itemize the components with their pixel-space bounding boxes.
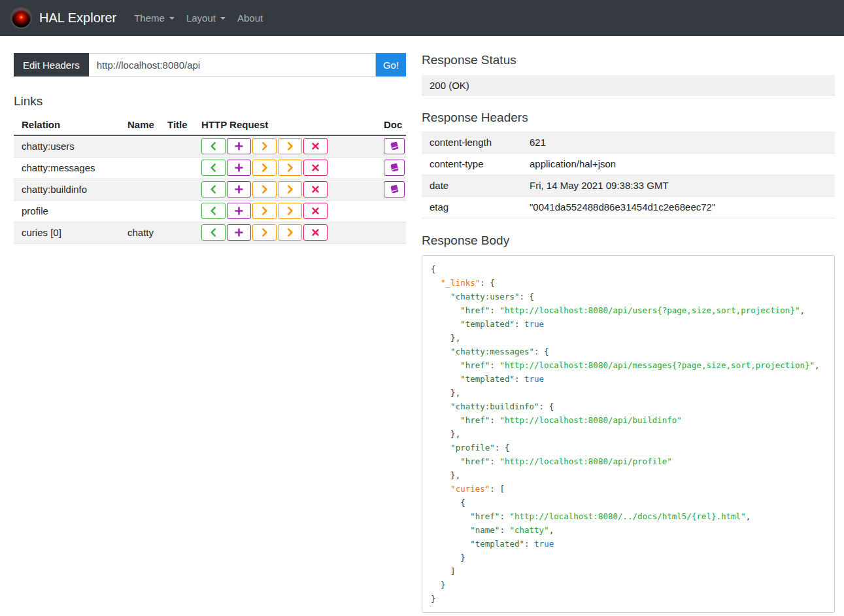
header-name-cell: etag <box>422 196 522 218</box>
chevron-down-icon <box>169 17 175 20</box>
nav-item-theme[interactable]: Theme <box>128 7 180 29</box>
header-value-cell: application/hal+json <box>522 153 835 175</box>
column-header-doc: Doc <box>376 114 406 135</box>
http-delete-button[interactable] <box>303 138 328 154</box>
doc-button[interactable] <box>384 138 405 154</box>
http-delete-button[interactable] <box>303 181 328 197</box>
response-status-title: Response Status <box>422 53 835 67</box>
name-cell <box>120 179 160 200</box>
http-patch-button[interactable] <box>278 138 302 154</box>
header-row: content-length621 <box>422 131 835 153</box>
x-icon <box>311 184 320 194</box>
nav-item-layout[interactable]: Layout <box>180 7 231 29</box>
nav-item-about[interactable]: About <box>231 7 269 29</box>
url-input[interactable] <box>89 53 376 77</box>
http-patch-button[interactable] <box>278 203 302 219</box>
plus-icon <box>234 206 244 216</box>
http-put-button[interactable] <box>252 181 277 197</box>
http-post-button[interactable] <box>227 181 251 197</box>
header-name-cell: content-type <box>422 153 522 175</box>
links-table-header-row: Relation Name Title HTTP Request Doc <box>14 114 406 135</box>
chevron-right-icon <box>260 141 269 151</box>
doc-cell <box>376 157 406 179</box>
http-get-button[interactable] <box>201 160 226 176</box>
header-name-cell: date <box>422 175 522 196</box>
plus-icon <box>234 141 244 151</box>
response-headers-table: content-length621content-typeapplication… <box>422 131 835 218</box>
links-title: Links <box>14 94 406 109</box>
header-row: content-typeapplication/hal+json <box>422 153 835 175</box>
http-get-button[interactable] <box>201 203 226 219</box>
header-name-cell: content-length <box>422 131 522 153</box>
http-delete-button[interactable] <box>303 203 328 219</box>
chevron-right-icon <box>285 228 295 237</box>
url-bar: Edit Headers Go! <box>14 53 406 77</box>
chevron-left-icon <box>209 163 218 173</box>
brand-title: HAL Explorer <box>39 10 116 26</box>
go-button[interactable]: Go! <box>376 53 406 77</box>
book-icon <box>390 141 399 151</box>
http-put-button[interactable] <box>252 224 277 241</box>
name-cell <box>120 135 160 157</box>
book-icon <box>390 184 399 194</box>
doc-button[interactable] <box>384 160 405 176</box>
table-row: chatty:messages <box>14 157 406 179</box>
chevron-right-icon <box>260 163 269 173</box>
column-header-http-request: HTTP Request <box>194 114 376 135</box>
x-icon <box>311 206 320 216</box>
header-value-cell: "0041da552488d86e31454d1c2e68eec72" <box>522 196 835 218</box>
navbar: HAL Explorer ThemeLayoutAbout <box>0 0 844 36</box>
title-cell <box>160 135 194 157</box>
response-status-value: 200 (OK) <box>422 75 835 95</box>
doc-cell <box>376 179 406 200</box>
http-request-cell <box>194 200 376 222</box>
doc-cell <box>376 222 406 243</box>
plus-icon <box>234 184 244 194</box>
links-table-body: chatty:userschatty:messageschatty:buildi… <box>14 135 406 243</box>
chevron-right-icon <box>285 184 295 194</box>
chevron-right-icon <box>285 206 295 216</box>
chevron-left-icon <box>209 184 218 194</box>
http-delete-button[interactable] <box>303 224 328 241</box>
doc-button[interactable] <box>384 181 405 197</box>
table-row: chatty:users <box>14 135 406 157</box>
http-get-button[interactable] <box>201 224 226 241</box>
header-row: etag"0041da552488d86e31454d1c2e68eec72" <box>422 196 835 218</box>
http-post-button[interactable] <box>227 138 251 154</box>
header-value-cell: Fri, 14 May 2021 09:38:33 GMT <box>522 175 835 196</box>
response-headers-title: Response Headers <box>422 111 835 125</box>
title-cell <box>160 222 194 243</box>
response-body-title: Response Body <box>422 233 835 248</box>
edit-headers-button[interactable]: Edit Headers <box>14 53 89 77</box>
header-value-cell: 621 <box>522 131 835 153</box>
http-put-button[interactable] <box>252 160 277 176</box>
http-patch-button[interactable] <box>278 181 302 197</box>
chevron-right-icon <box>285 163 295 173</box>
table-row: profile <box>14 200 406 222</box>
http-put-button[interactable] <box>252 138 277 154</box>
http-get-button[interactable] <box>201 181 226 197</box>
http-request-cell <box>194 179 376 200</box>
title-cell <box>160 157 194 179</box>
title-cell <box>160 200 194 222</box>
http-post-button[interactable] <box>227 203 251 219</box>
links-table: Relation Name Title HTTP Request Doc cha… <box>14 114 406 244</box>
http-request-cell <box>194 157 376 179</box>
http-put-button[interactable] <box>252 203 277 219</box>
hal-9000-logo-icon <box>10 7 32 29</box>
http-get-button[interactable] <box>201 138 226 154</box>
book-icon <box>390 163 399 173</box>
http-post-button[interactable] <box>227 160 251 176</box>
column-header-title: Title <box>160 114 194 135</box>
title-cell <box>160 179 194 200</box>
http-patch-button[interactable] <box>278 160 302 176</box>
plus-icon <box>234 228 244 237</box>
http-delete-button[interactable] <box>303 160 328 176</box>
doc-cell <box>376 200 406 222</box>
chevron-right-icon <box>260 228 269 237</box>
plus-icon <box>234 163 244 173</box>
request-panel: Edit Headers Go! Links Relation Name Tit… <box>14 53 406 244</box>
doc-cell <box>376 135 406 157</box>
http-patch-button[interactable] <box>278 224 302 241</box>
http-post-button[interactable] <box>227 224 251 241</box>
